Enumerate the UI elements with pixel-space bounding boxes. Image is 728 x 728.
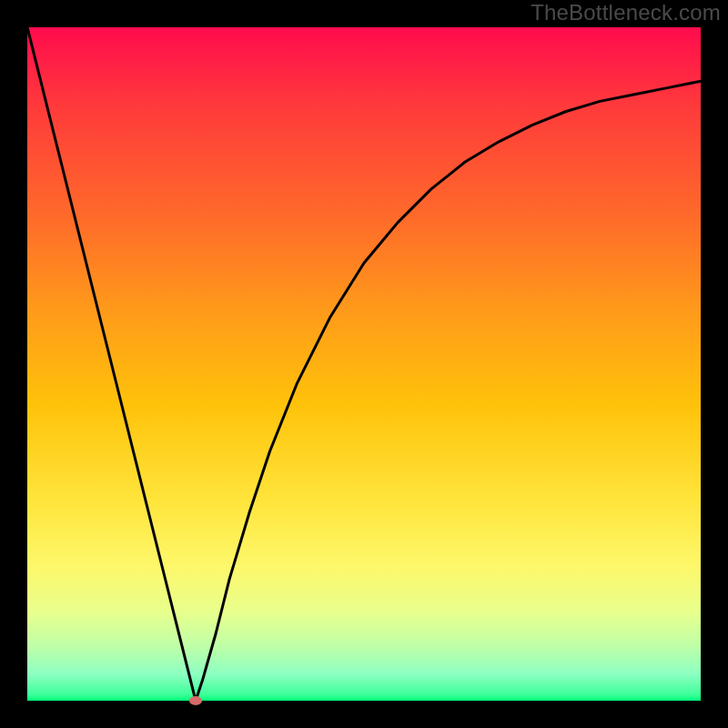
chart-frame: TheBottleneck.com	[0, 0, 728, 728]
optimal-point-marker	[189, 696, 202, 705]
watermark-text: TheBottleneck.com	[531, 0, 721, 25]
bottleneck-curve	[27, 27, 701, 701]
plot-area	[27, 27, 701, 701]
